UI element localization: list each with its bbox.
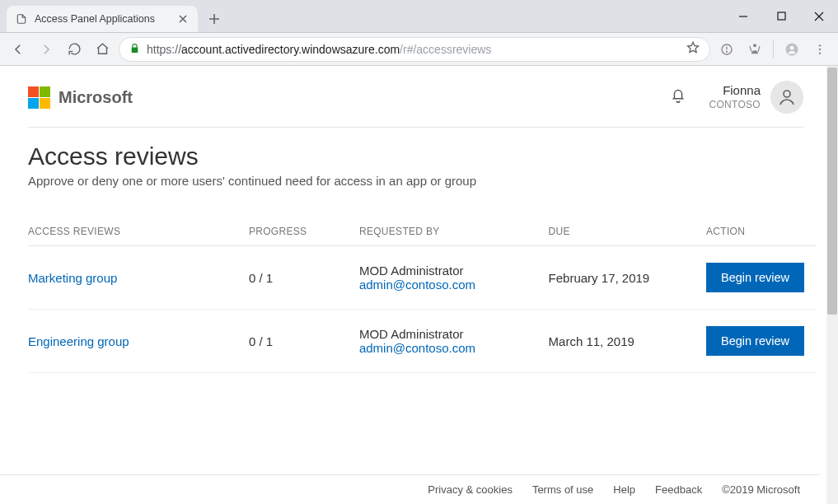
logo-sq-br [40, 98, 50, 109]
url-host: account.activedirectory.windowsazure.com [181, 43, 400, 56]
svg-point-7 [819, 48, 821, 49]
begin-review-button[interactable]: Begin review [706, 263, 804, 292]
footer-terms-link[interactable]: Terms of use [532, 483, 593, 496]
requester-name: MOD Administrator [359, 327, 542, 341]
bookmark-star-icon[interactable] [686, 41, 700, 57]
review-due: February 17, 2019 [549, 246, 706, 310]
review-progress: 0 / 1 [249, 246, 359, 310]
browser-menu-icon[interactable] [808, 38, 831, 61]
user-menu[interactable]: Fionna CONTOSO [709, 81, 803, 114]
logo-sq-bl [28, 98, 39, 109]
url-scheme: https:// [147, 43, 181, 56]
new-tab-button[interactable] [203, 7, 226, 30]
app-header: Microsoft Fionna CONTOSO [21, 66, 810, 127]
page-footer: Privacy & cookies Terms of use Help Feed… [0, 474, 820, 504]
browser-reload-button[interactable] [63, 38, 86, 61]
url-path: /r#/accessreviews [400, 43, 491, 56]
browser-tab-strip: Access Panel Applications [0, 0, 838, 33]
window-maximize-button[interactable] [762, 0, 800, 32]
page-viewport: Microsoft Fionna CONTOSO Access reviews … [0, 66, 838, 504]
user-org: CONTOSO [709, 99, 761, 111]
window-minimize-button[interactable] [724, 0, 762, 32]
notifications-bell-icon[interactable] [669, 86, 687, 108]
begin-review-button[interactable]: Begin review [706, 326, 804, 356]
browser-address-bar[interactable]: https://account.activedirectory.windowsa… [119, 37, 710, 62]
svg-point-9 [784, 91, 790, 97]
footer-feedback-link[interactable]: Feedback [655, 483, 702, 496]
window-close-button[interactable] [800, 0, 838, 32]
app-header-right: Fionna CONTOSO [669, 81, 803, 114]
browser-profile-icon[interactable] [780, 38, 803, 61]
extension-icon-2[interactable] [743, 38, 766, 61]
requester-email-link[interactable]: admin@contoso.com [359, 278, 542, 292]
page-scroll-area: Microsoft Fionna CONTOSO Access reviews … [0, 66, 831, 504]
review-name-link[interactable]: Marketing group [28, 271, 117, 285]
col-header-action: ACTION [706, 217, 817, 246]
review-progress: 0 / 1 [249, 310, 359, 373]
logo-sq-tr [40, 86, 50, 97]
page-title: Access reviews [28, 142, 803, 170]
col-header-name: ACCESS REVIEWS [28, 217, 249, 246]
logo-sq-tl [28, 86, 39, 97]
svg-point-6 [819, 44, 821, 46]
scrollbar-track[interactable] [826, 66, 838, 504]
url-text: https://account.activedirectory.windowsa… [147, 43, 680, 56]
browser-forward-button [35, 38, 58, 61]
browser-toolbar: https://account.activedirectory.windowsa… [0, 33, 838, 66]
microsoft-logo-text: Microsoft [59, 88, 133, 107]
svg-point-5 [790, 45, 794, 49]
review-name-link[interactable]: Engineering group [28, 334, 129, 348]
table-row: Engineering group 0 / 1 MOD Administrato… [28, 310, 817, 373]
user-name: Fionna [709, 83, 761, 99]
footer-privacy-link[interactable]: Privacy & cookies [428, 483, 513, 496]
page-favicon-icon [15, 12, 28, 26]
scrollbar-thumb[interactable] [827, 68, 837, 315]
col-header-requested: REQUESTED BY [359, 217, 549, 246]
microsoft-logo[interactable]: Microsoft [28, 86, 133, 109]
avatar [770, 81, 803, 114]
svg-rect-0 [778, 12, 785, 20]
tab-title: Access Panel Applications [35, 13, 170, 25]
svg-point-8 [819, 52, 821, 54]
requester-name: MOD Administrator [359, 264, 542, 278]
toolbar-divider [773, 40, 774, 58]
extension-icon[interactable] [715, 38, 738, 61]
access-reviews-table: ACCESS REVIEWS PROGRESS REQUESTED BY DUE… [28, 217, 817, 373]
browser-back-button[interactable] [7, 38, 30, 61]
footer-help-link[interactable]: Help [613, 483, 635, 496]
table-row: Marketing group 0 / 1 MOD Administrator … [28, 246, 817, 310]
browser-tab[interactable]: Access Panel Applications [7, 6, 198, 32]
tab-strip: Access Panel Applications [0, 0, 724, 32]
tab-close-icon[interactable] [176, 12, 190, 26]
footer-copyright: ©2019 Microsoft [722, 483, 800, 496]
table-header-row: ACCESS REVIEWS PROGRESS REQUESTED BY DUE… [28, 217, 817, 246]
col-header-due: DUE [549, 217, 706, 246]
window-controls [724, 0, 838, 32]
review-due: March 11, 2019 [549, 310, 706, 373]
col-header-progress: PROGRESS [249, 217, 359, 246]
user-text: Fionna CONTOSO [709, 83, 761, 111]
svg-point-2 [727, 51, 728, 52]
page-heading: Access reviews Approve or deny one or mo… [21, 128, 810, 193]
lock-icon [129, 43, 140, 56]
page-subtitle: Approve or deny one or more users' conti… [28, 174, 803, 188]
browser-home-button[interactable] [91, 38, 114, 61]
svg-point-3 [753, 44, 756, 47]
requester-email-link[interactable]: admin@contoso.com [359, 341, 542, 355]
microsoft-logo-icon [28, 86, 50, 109]
